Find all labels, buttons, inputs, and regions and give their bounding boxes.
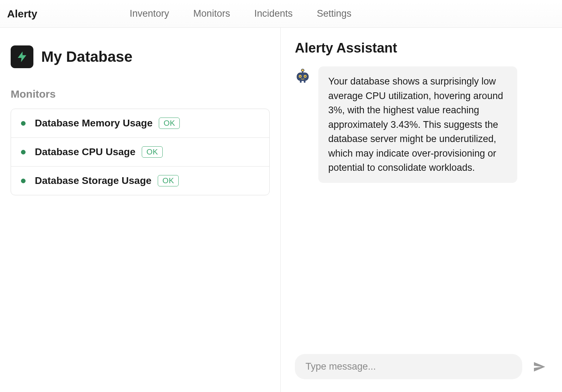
status-badge: OK xyxy=(142,146,163,158)
svg-point-0 xyxy=(301,69,304,72)
monitor-row[interactable]: Database CPU Usage OK xyxy=(11,138,269,167)
resource-title: My Database xyxy=(41,48,133,65)
monitors-list: Database Memory Usage OK Database CPU Us… xyxy=(11,109,270,195)
main-nav: Inventory Monitors Incidents Settings xyxy=(130,8,351,19)
status-dot-icon xyxy=(21,150,26,154)
monitor-name: Database Memory Usage xyxy=(35,118,152,129)
assistant-message-row: Your database shows a surprisingly low a… xyxy=(295,66,548,183)
status-dot-icon xyxy=(21,121,26,126)
monitor-name: Database Storage Usage xyxy=(35,175,151,186)
nav-item-inventory[interactable]: Inventory xyxy=(130,8,169,19)
main-content: My Database Monitors Database Memory Usa… xyxy=(0,28,562,392)
chat-input-area xyxy=(295,354,548,379)
svg-point-4 xyxy=(299,76,301,77)
monitor-row[interactable]: Database Storage Usage OK xyxy=(11,167,269,195)
database-icon xyxy=(11,45,33,68)
assistant-title: Alerty Assistant xyxy=(295,40,548,56)
send-icon xyxy=(532,360,546,374)
monitor-row[interactable]: Database Memory Usage OK xyxy=(11,109,269,138)
nav-item-settings[interactable]: Settings xyxy=(317,8,352,19)
top-header: Alerty Inventory Monitors Incidents Sett… xyxy=(0,0,562,28)
left-panel: My Database Monitors Database Memory Usa… xyxy=(0,28,281,392)
svg-rect-8 xyxy=(304,81,306,83)
chat-area: Your database shows a surprisingly low a… xyxy=(295,66,548,347)
status-badge: OK xyxy=(159,118,180,129)
status-dot-icon xyxy=(21,179,26,183)
assistant-panel: Alerty Assistant xyxy=(281,28,562,392)
assistant-message-bubble: Your database shows a surprisingly low a… xyxy=(318,66,517,183)
nav-item-incidents[interactable]: Incidents xyxy=(254,8,293,19)
nav-item-monitors[interactable]: Monitors xyxy=(193,8,230,19)
brand-logo[interactable]: Alerty xyxy=(7,8,37,20)
monitors-section-label: Monitors xyxy=(11,88,270,100)
resource-header: My Database xyxy=(11,45,270,68)
svg-point-6 xyxy=(304,76,306,77)
monitor-name: Database CPU Usage xyxy=(35,146,135,158)
status-badge: OK xyxy=(158,175,179,186)
send-button[interactable] xyxy=(531,358,548,375)
message-input[interactable] xyxy=(295,354,522,379)
svg-rect-7 xyxy=(300,81,302,83)
bot-avatar-icon xyxy=(295,68,310,83)
